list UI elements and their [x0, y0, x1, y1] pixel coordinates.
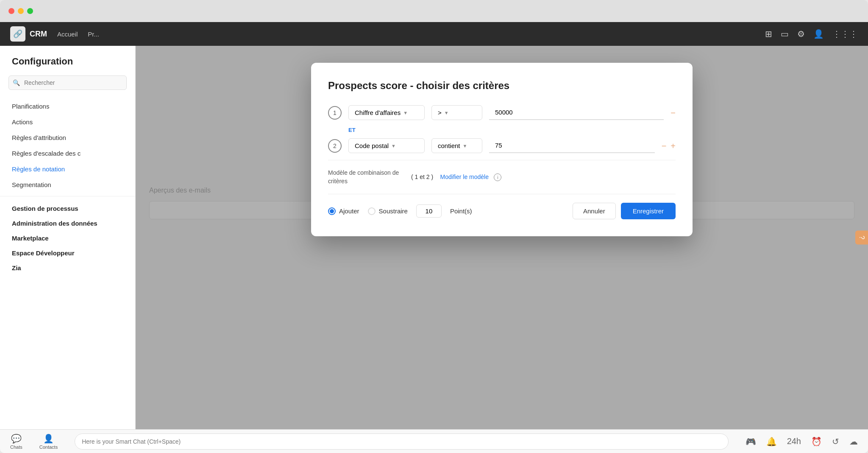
model-label: Modèle de combinaison de critères: [328, 169, 404, 185]
model-value-group: ( 1 et 2 ) Modifier le modèle i: [411, 173, 501, 181]
logo-icon: 🔗: [10, 26, 25, 42]
chats-label: Chats: [10, 445, 22, 450]
maximize-button[interactable]: [27, 8, 33, 14]
criteria-op-1-caret: ▼: [444, 110, 449, 115]
sidebar-section-config: Planifications Actions Règles d'attribut…: [0, 98, 135, 193]
settings-icon[interactable]: ⚙: [797, 29, 805, 39]
bottombar-right-icons: 🎮 🔔 24h ⏰ ↺ ☁: [746, 436, 858, 447]
sidebar-group-zia[interactable]: Zia: [0, 259, 135, 274]
notification-icon[interactable]: 🔔: [766, 436, 777, 447]
contacts-label: Contacts: [39, 445, 58, 450]
info-icon[interactable]: i: [494, 173, 501, 181]
titlebar: [0, 0, 868, 22]
criteria-row-1: 1 Chiffre d'affaires ▼ > ▼ −: [328, 105, 676, 120]
criteria-actions-1: −: [670, 109, 676, 117]
search-input[interactable]: [8, 76, 127, 90]
traffic-lights: [8, 8, 33, 14]
criteria-value-1[interactable]: [489, 105, 664, 120]
criteria-add[interactable]: +: [670, 142, 676, 150]
criteria-op-1-label: >: [438, 109, 442, 116]
grid-icon[interactable]: ⋮⋮⋮: [832, 29, 858, 39]
brand-name: CRM: [30, 30, 47, 39]
criteria-op-1[interactable]: > ▼: [431, 105, 482, 120]
modal-overlay: Prospects score - choisir des critères 1…: [136, 46, 868, 429]
sidebar-item-planifications[interactable]: Planifications: [0, 98, 135, 114]
radio-soustraire-label: Soustraire: [379, 207, 408, 215]
criteria-value-2[interactable]: [489, 138, 655, 153]
chats-icon: 💬: [11, 433, 22, 444]
criteria-field-2-label: Code postal: [355, 142, 389, 149]
sidebar-group-marketplace[interactable]: Marketplace: [0, 229, 135, 244]
smart-chat-input[interactable]: [75, 433, 728, 450]
sidebar-item-regles-escalade[interactable]: Règles d'escalade des c: [0, 145, 135, 161]
criteria-field-1[interactable]: Chiffre d'affaires ▼: [348, 105, 425, 120]
layout-icon[interactable]: ▭: [781, 29, 789, 39]
criteria-remove-2[interactable]: −: [662, 142, 667, 150]
sidebar-item-regles-notation[interactable]: Règles de notation: [0, 161, 135, 177]
criteria-field-2-caret: ▼: [391, 143, 396, 148]
model-value: ( 1 et 2 ): [411, 173, 433, 180]
help-tab[interactable]: ?: [855, 231, 868, 245]
sidebar: Configuration 🔍 Planifications Actions R…: [0, 46, 136, 429]
points-label: Point(s): [450, 207, 472, 215]
sidebar-group-processus[interactable]: Gestion de processus: [0, 200, 135, 215]
points-input[interactable]: [416, 204, 442, 218]
model-row: Modèle de combinaison de critères ( 1 et…: [328, 160, 676, 194]
modal-title: Prospects score - choisir des critères: [328, 80, 676, 92]
app-window: 🔗 CRM Accueil Pr... ⊞ ▭ ⚙ 👤 ⋮⋮⋮ Configur…: [0, 0, 868, 453]
criteria-num-1: 1: [328, 106, 342, 120]
criteria-field-1-label: Chiffre d'affaires: [355, 109, 401, 116]
criteria-field-2[interactable]: Code postal ▼: [348, 138, 425, 153]
sidebar-search-wrap: 🔍: [8, 76, 127, 90]
save-button[interactable]: Enregistrer: [621, 203, 676, 219]
bottombar: 💬 Chats 👤 Contacts 🎮 🔔 24h ⏰ ↺ ☁: [0, 429, 868, 453]
criteria-actions-2: − +: [662, 142, 676, 150]
footer-actions: Annuler Enregistrer: [573, 203, 676, 219]
topnav-right: ⊞ ▭ ⚙ 👤 ⋮⋮⋮: [765, 29, 858, 39]
criteria-op-2[interactable]: contient ▼: [431, 138, 482, 153]
sidebar-divider-1: [0, 196, 135, 196]
sidebar-group-dev[interactable]: Espace Développeur: [0, 244, 135, 259]
user-avatar[interactable]: 👤: [813, 29, 824, 39]
criteria-row-2: 2 Code postal ▼ contient ▼ − +: [328, 138, 676, 153]
sidebar-item-segmentation[interactable]: Segmentation: [0, 177, 135, 193]
top-nav: 🔗 CRM Accueil Pr... ⊞ ▭ ⚙ 👤 ⋮⋮⋮: [0, 22, 868, 46]
criteria-field-1-caret: ▼: [403, 110, 408, 115]
criteria-op-2-label: contient: [438, 142, 460, 149]
close-button[interactable]: [8, 8, 14, 14]
content-area: Aperçus des e-mails + Ajouter Prospects …: [136, 46, 868, 429]
radio-soustraire-btn[interactable]: [368, 207, 376, 215]
radio-ajouter-label: Ajouter: [339, 207, 359, 215]
sidebar-item-regles-attribution[interactable]: Règles d'attribution: [0, 130, 135, 145]
sidebar-group-admin[interactable]: Administration des données: [0, 215, 135, 229]
criteria-remove-1[interactable]: −: [670, 109, 676, 117]
cancel-button[interactable]: Annuler: [573, 203, 616, 219]
minimize-button[interactable]: [18, 8, 24, 14]
logo: 🔗 CRM: [10, 26, 47, 42]
main-area: Configuration 🔍 Planifications Actions R…: [0, 46, 868, 429]
sidebar-item-actions[interactable]: Actions: [0, 114, 135, 130]
radio-ajouter-btn[interactable]: [328, 207, 336, 215]
sidebar-title: Configuration: [0, 56, 135, 76]
et-connector: ET: [328, 127, 676, 133]
contacts-icon: 👤: [43, 433, 54, 444]
criteria-op-2-caret: ▼: [463, 143, 467, 148]
alarm-icon[interactable]: ⏰: [811, 436, 822, 447]
radio-ajouter: Ajouter: [328, 207, 359, 215]
bottombar-contacts[interactable]: 👤 Contacts: [39, 433, 58, 450]
add-tab-icon[interactable]: ⊞: [765, 29, 772, 39]
criteria-num-2: 2: [328, 139, 342, 153]
time24-icon[interactable]: 24h: [787, 436, 801, 446]
search-icon: 🔍: [13, 79, 20, 86]
cloud-icon[interactable]: ☁: [849, 436, 858, 447]
model-link[interactable]: Modifier le modèle: [440, 173, 489, 180]
nav-pr[interactable]: Pr...: [88, 31, 99, 38]
modal-footer: Ajouter Soustraire Point(s) Annuler Enre…: [328, 194, 676, 219]
radio-soustraire: Soustraire: [368, 207, 408, 215]
history-icon[interactable]: ↺: [832, 436, 839, 447]
gamepad-icon[interactable]: 🎮: [746, 436, 756, 447]
modal-dialog: Prospects score - choisir des critères 1…: [311, 63, 693, 236]
bottombar-chats[interactable]: 💬 Chats: [10, 433, 22, 450]
nav-accueil[interactable]: Accueil: [57, 31, 78, 38]
